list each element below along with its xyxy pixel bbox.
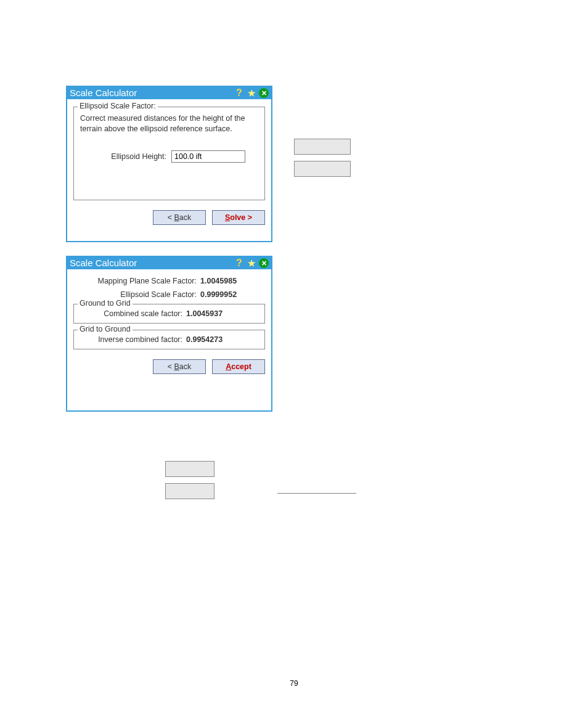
window-titlebar: Scale Calculator ? ★ ✕	[67, 257, 271, 269]
grid-to-ground-group: Grid to Ground Inverse combined factor: …	[73, 330, 265, 349]
window-title: Scale Calculator	[70, 257, 234, 269]
ellipsoid-scale-factor-value: 0.9999952	[200, 290, 237, 299]
accept-button[interactable]: Accept	[212, 359, 265, 374]
inverse-combined-factor-label: Inverse combined factor:	[80, 335, 186, 344]
placeholder-box	[294, 139, 351, 155]
ellipsoid-scale-factor-label: Ellipsoid Scale Factor:	[73, 290, 200, 299]
placeholder-box	[165, 483, 214, 499]
inverse-combined-factor-value: 0.9954273	[186, 335, 223, 344]
group-description: Correct measured distances for the heigh…	[80, 113, 258, 134]
close-icon[interactable]: ✕	[259, 258, 269, 268]
close-icon[interactable]: ✕	[259, 88, 269, 98]
page-number: 79	[0, 679, 588, 688]
group-legend: Ellipsoid Scale Factor:	[78, 102, 158, 110]
favorite-icon[interactable]: ★	[247, 258, 256, 268]
group-legend: Ground to Grid	[78, 299, 133, 308]
back-button[interactable]: < Back	[153, 359, 206, 374]
ellipsoid-scale-factor-group: Ellipsoid Scale Factor: Correct measured…	[73, 107, 265, 200]
help-icon[interactable]: ?	[234, 258, 244, 268]
ground-to-grid-group: Ground to Grid Combined scale factor: 1.…	[73, 304, 265, 324]
placeholder-box	[294, 161, 351, 177]
window-title: Scale Calculator	[70, 87, 234, 99]
back-button[interactable]: < Back	[153, 210, 206, 225]
placeholder-box	[165, 461, 214, 477]
group-legend: Grid to Ground	[78, 325, 133, 333]
favorite-icon[interactable]: ★	[247, 88, 256, 98]
solve-button[interactable]: Solve >	[212, 210, 265, 225]
underline	[277, 493, 356, 494]
combined-scale-factor-label: Combined scale factor:	[80, 309, 186, 318]
mapping-plane-scale-factor-value: 1.0045985	[200, 277, 237, 285]
scale-calculator-step-window: Scale Calculator ? ★ ✕ Ellipsoid Scale F…	[66, 86, 272, 242]
help-icon[interactable]: ?	[234, 88, 244, 98]
scale-calculator-results-window: Scale Calculator ? ★ ✕ Mapping Plane Sca…	[66, 256, 272, 412]
combined-scale-factor-value: 1.0045937	[186, 309, 223, 318]
ellipsoid-height-input[interactable]	[171, 150, 245, 163]
mapping-plane-scale-factor-label: Mapping Plane Scale Factor:	[73, 277, 200, 285]
ellipsoid-height-label: Ellipsoid Height:	[80, 152, 171, 161]
window-titlebar: Scale Calculator ? ★ ✕	[67, 87, 271, 99]
